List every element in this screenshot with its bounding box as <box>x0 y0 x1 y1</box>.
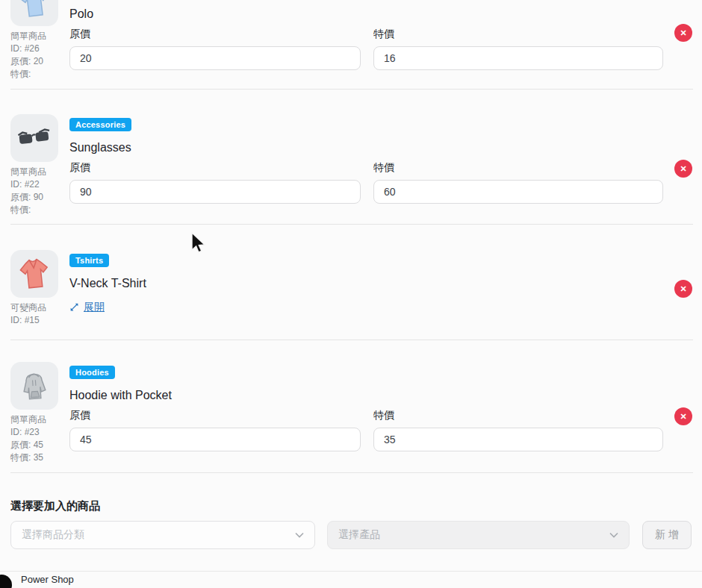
regular-price-input[interactable] <box>69 46 361 70</box>
sale-price-label: 特價 <box>373 28 663 40</box>
product-meta: 簡單商品 ID: #22 原價: 90 特價: <box>10 166 69 216</box>
sunglasses-image <box>16 128 52 149</box>
product-type: 簡單商品 <box>10 166 69 178</box>
product-id: ID: #26 <box>10 43 69 55</box>
product-thumbnail-polo <box>10 0 58 26</box>
category-badge: Tshirts <box>69 254 109 267</box>
polo-shirt-image <box>14 0 54 22</box>
hoodie-image <box>16 367 52 404</box>
regular-price-label: 原價 <box>69 409 361 422</box>
product-meta: 簡單商品 ID: #26 原價: 20 特價: <box>10 30 69 81</box>
product-regular-price-meta: 原價: 90 <box>10 191 69 204</box>
expand-icon <box>69 302 79 312</box>
product-title: Polo <box>69 7 702 21</box>
remove-product-button[interactable]: ✕ <box>674 160 692 178</box>
product-type: 簡單商品 <box>10 30 69 43</box>
product-left-column: 可變商品 ID: #15 <box>10 246 69 327</box>
row-divider <box>10 340 693 340</box>
sale-price-input[interactable] <box>373 428 663 451</box>
product-title: Sunglasses <box>69 140 702 154</box>
close-icon: ✕ <box>680 160 686 178</box>
row-divider <box>10 472 693 473</box>
sale-price-label: 特價 <box>373 161 663 174</box>
chevron-down-icon <box>609 532 618 538</box>
product-left-column: 簡單商品 ID: #26 原價: 20 特價: <box>10 0 69 81</box>
chevron-down-icon <box>295 532 304 538</box>
product-type: 可變商品 <box>10 301 69 314</box>
regular-price-label: 原價 <box>69 161 361 174</box>
product-id: ID: #22 <box>10 178 69 191</box>
regular-price-input[interactable] <box>69 180 361 204</box>
product-left-column: 簡單商品 ID: #22 原價: 90 特價: <box>10 110 69 216</box>
product-type: 簡單商品 <box>10 413 69 426</box>
product-sale-price-meta: 特價: <box>10 68 69 81</box>
category-select-placeholder: 選擇商品分類 <box>22 528 84 542</box>
expand-variations-link[interactable]: 展開 <box>69 301 105 313</box>
add-products-section: 選擇要加入的商品 選擇商品分類 選擇產品 新 增 <box>10 494 692 549</box>
product-meta: 可變商品 ID: #15 <box>10 301 69 327</box>
product-meta: 簡單商品 ID: #23 原價: 45 特價: 35 <box>10 413 69 464</box>
sale-price-input[interactable] <box>373 180 663 204</box>
product-thumbnail-vneck <box>10 250 58 298</box>
close-icon: ✕ <box>680 24 686 42</box>
product-sale-price-meta: 特價: 35 <box>10 451 69 464</box>
product-left-column: 簡單商品 ID: #23 原價: 45 特價: 35 <box>10 358 69 464</box>
category-badge: Hoodies <box>69 366 115 379</box>
remove-product-button[interactable]: ✕ <box>674 280 692 298</box>
category-badge: Accessories <box>69 118 131 131</box>
product-id: ID: #15 <box>10 314 69 327</box>
product-regular-price-meta: 原價: 45 <box>10 439 69 451</box>
vneck-tshirt-image <box>15 254 55 294</box>
footer-divider <box>0 571 702 572</box>
product-sale-price-meta: 特價: <box>10 204 69 216</box>
sale-price-input[interactable] <box>373 46 663 70</box>
product-row: 簡單商品 ID: #22 原價: 90 特價: Accessories Sung… <box>0 110 702 216</box>
brand-logo <box>0 575 12 588</box>
close-icon: ✕ <box>680 407 686 425</box>
sale-price-label: 特價 <box>373 409 663 422</box>
product-thumbnail-hoodie <box>10 362 58 410</box>
product-thumbnail-sunglasses <box>10 114 58 162</box>
regular-price-input[interactable] <box>69 428 361 451</box>
close-icon: ✕ <box>680 280 686 298</box>
product-row: 可變商品 ID: #15 Tshirts V-Neck T-Shirt 展開 ✕ <box>0 246 702 327</box>
category-select[interactable]: 選擇商品分類 <box>10 521 315 549</box>
row-divider <box>10 89 693 90</box>
add-product-button[interactable]: 新 增 <box>642 521 692 549</box>
remove-product-button[interactable]: ✕ <box>674 407 692 425</box>
add-products-heading: 選擇要加入的商品 <box>10 494 692 513</box>
expand-link-label: 展開 <box>84 301 105 313</box>
product-title: Hoodie with Pocket <box>69 388 702 402</box>
product-select[interactable]: 選擇產品 <box>327 521 630 549</box>
footer-brand-text: Power Shop <box>21 574 74 585</box>
regular-price-label: 原價 <box>69 28 361 40</box>
remove-product-button[interactable]: ✕ <box>674 24 692 42</box>
product-row: 簡單商品 ID: #26 原價: 20 特價: Polo 原價 特價 ✕ <box>0 0 702 81</box>
product-title: V-Neck T-Shirt <box>69 276 702 290</box>
product-id: ID: #23 <box>10 426 69 439</box>
product-regular-price-meta: 原價: 20 <box>10 55 69 68</box>
product-row: 簡單商品 ID: #23 原價: 45 特價: 35 Hoodies Hoodi… <box>0 358 702 464</box>
product-select-placeholder: 選擇產品 <box>338 528 380 542</box>
row-divider <box>10 224 693 225</box>
